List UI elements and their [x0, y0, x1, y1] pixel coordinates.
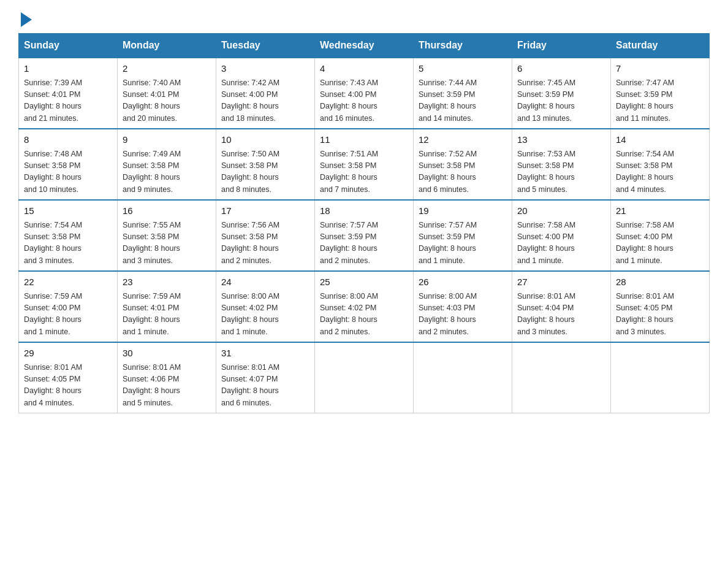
logo-arrow-icon	[21, 12, 32, 27]
header-cell-tuesday: Tuesday	[216, 34, 315, 58]
day-cell: 10Sunrise: 7:50 AMSunset: 3:58 PMDayligh…	[216, 129, 315, 200]
header-cell-wednesday: Wednesday	[315, 34, 414, 58]
day-cell: 15Sunrise: 7:54 AMSunset: 3:58 PMDayligh…	[19, 200, 118, 271]
day-cell: 19Sunrise: 7:57 AMSunset: 3:59 PMDayligh…	[414, 200, 512, 271]
day-info: Sunrise: 8:01 AMSunset: 4:05 PMDaylight:…	[24, 363, 82, 407]
day-number: 26	[419, 275, 507, 289]
day-cell: 7Sunrise: 7:47 AMSunset: 3:59 PMDaylight…	[611, 58, 710, 129]
header-cell-sunday: Sunday	[19, 34, 118, 58]
day-info: Sunrise: 7:50 AMSunset: 3:58 PMDaylight:…	[221, 150, 279, 194]
day-number: 20	[517, 204, 605, 218]
week-row-5: 29Sunrise: 8:01 AMSunset: 4:05 PMDayligh…	[19, 342, 710, 413]
day-cell: 23Sunrise: 7:59 AMSunset: 4:01 PMDayligh…	[118, 271, 216, 342]
week-row-1: 1Sunrise: 7:39 AMSunset: 4:01 PMDaylight…	[19, 58, 710, 129]
day-cell: 13Sunrise: 7:53 AMSunset: 3:58 PMDayligh…	[512, 129, 611, 200]
day-number: 12	[419, 133, 507, 147]
day-info: Sunrise: 7:45 AMSunset: 3:59 PMDaylight:…	[517, 79, 575, 123]
day-cell	[611, 342, 710, 413]
day-info: Sunrise: 8:01 AMSunset: 4:07 PMDaylight:…	[221, 363, 279, 407]
day-cell: 16Sunrise: 7:55 AMSunset: 3:58 PMDayligh…	[118, 200, 216, 271]
day-info: Sunrise: 7:47 AMSunset: 3:59 PMDaylight:…	[616, 79, 674, 123]
day-cell: 20Sunrise: 7:58 AMSunset: 4:00 PMDayligh…	[512, 200, 611, 271]
day-cell: 31Sunrise: 8:01 AMSunset: 4:07 PMDayligh…	[216, 342, 315, 413]
day-info: Sunrise: 7:56 AMSunset: 3:58 PMDaylight:…	[221, 221, 279, 265]
day-number: 6	[517, 62, 605, 76]
day-number: 13	[517, 133, 605, 147]
day-info: Sunrise: 7:58 AMSunset: 4:00 PMDaylight:…	[517, 221, 575, 265]
page-header	[18, 12, 710, 27]
day-cell: 24Sunrise: 8:00 AMSunset: 4:02 PMDayligh…	[216, 271, 315, 342]
day-cell: 22Sunrise: 7:59 AMSunset: 4:00 PMDayligh…	[19, 271, 118, 342]
day-number: 22	[24, 275, 112, 289]
day-number: 24	[221, 275, 309, 289]
day-number: 16	[123, 204, 211, 218]
day-info: Sunrise: 7:40 AMSunset: 4:01 PMDaylight:…	[123, 79, 181, 123]
day-cell: 6Sunrise: 7:45 AMSunset: 3:59 PMDaylight…	[512, 58, 611, 129]
day-cell: 26Sunrise: 8:00 AMSunset: 4:03 PMDayligh…	[414, 271, 512, 342]
day-cell: 8Sunrise: 7:48 AMSunset: 3:58 PMDaylight…	[19, 129, 118, 200]
day-cell: 28Sunrise: 8:01 AMSunset: 4:05 PMDayligh…	[611, 271, 710, 342]
day-info: Sunrise: 8:01 AMSunset: 4:06 PMDaylight:…	[123, 363, 181, 407]
day-info: Sunrise: 7:42 AMSunset: 4:00 PMDaylight:…	[221, 79, 279, 123]
day-info: Sunrise: 7:52 AMSunset: 3:58 PMDaylight:…	[419, 150, 477, 194]
day-info: Sunrise: 7:39 AMSunset: 4:01 PMDaylight:…	[24, 79, 82, 123]
day-cell: 21Sunrise: 7:58 AMSunset: 4:00 PMDayligh…	[611, 200, 710, 271]
day-cell: 9Sunrise: 7:49 AMSunset: 3:58 PMDaylight…	[118, 129, 216, 200]
day-cell: 29Sunrise: 8:01 AMSunset: 4:05 PMDayligh…	[19, 342, 118, 413]
day-info: Sunrise: 7:59 AMSunset: 4:00 PMDaylight:…	[24, 292, 82, 336]
week-row-3: 15Sunrise: 7:54 AMSunset: 3:58 PMDayligh…	[19, 200, 710, 271]
day-info: Sunrise: 7:58 AMSunset: 4:00 PMDaylight:…	[616, 221, 674, 265]
day-number: 28	[616, 275, 704, 289]
day-cell: 25Sunrise: 8:00 AMSunset: 4:02 PMDayligh…	[315, 271, 414, 342]
day-cell: 11Sunrise: 7:51 AMSunset: 3:58 PMDayligh…	[315, 129, 414, 200]
day-cell: 2Sunrise: 7:40 AMSunset: 4:01 PMDaylight…	[118, 58, 216, 129]
day-number: 29	[24, 347, 112, 361]
day-number: 14	[616, 133, 704, 147]
day-number: 27	[517, 275, 605, 289]
day-cell: 30Sunrise: 8:01 AMSunset: 4:06 PMDayligh…	[118, 342, 216, 413]
day-cell: 5Sunrise: 7:44 AMSunset: 3:59 PMDaylight…	[414, 58, 512, 129]
header-cell-saturday: Saturday	[611, 34, 710, 58]
day-info: Sunrise: 7:49 AMSunset: 3:58 PMDaylight:…	[123, 150, 181, 194]
week-row-4: 22Sunrise: 7:59 AMSunset: 4:00 PMDayligh…	[19, 271, 710, 342]
day-number: 10	[221, 133, 309, 147]
day-number: 23	[123, 275, 211, 289]
day-info: Sunrise: 7:51 AMSunset: 3:58 PMDaylight:…	[320, 150, 378, 194]
header-cell-monday: Monday	[118, 34, 216, 58]
day-number: 18	[320, 204, 408, 218]
day-number: 3	[221, 62, 309, 76]
day-info: Sunrise: 8:00 AMSunset: 4:03 PMDaylight:…	[419, 292, 477, 336]
day-number: 9	[123, 133, 211, 147]
header-row: SundayMondayTuesdayWednesdayThursdayFrid…	[19, 34, 710, 58]
day-info: Sunrise: 7:44 AMSunset: 3:59 PMDaylight:…	[419, 79, 477, 123]
day-number: 15	[24, 204, 112, 218]
day-number: 21	[616, 204, 704, 218]
day-number: 8	[24, 133, 112, 147]
day-info: Sunrise: 8:01 AMSunset: 4:04 PMDaylight:…	[517, 292, 575, 336]
day-cell: 1Sunrise: 7:39 AMSunset: 4:01 PMDaylight…	[19, 58, 118, 129]
header-cell-friday: Friday	[512, 34, 611, 58]
day-info: Sunrise: 7:55 AMSunset: 3:58 PMDaylight:…	[123, 221, 181, 265]
day-info: Sunrise: 7:57 AMSunset: 3:59 PMDaylight:…	[419, 221, 477, 265]
day-number: 1	[24, 62, 112, 76]
day-cell: 17Sunrise: 7:56 AMSunset: 3:58 PMDayligh…	[216, 200, 315, 271]
day-info: Sunrise: 7:57 AMSunset: 3:59 PMDaylight:…	[320, 221, 378, 265]
day-cell: 4Sunrise: 7:43 AMSunset: 4:00 PMDaylight…	[315, 58, 414, 129]
day-cell: 27Sunrise: 8:01 AMSunset: 4:04 PMDayligh…	[512, 271, 611, 342]
day-info: Sunrise: 8:01 AMSunset: 4:05 PMDaylight:…	[616, 292, 674, 336]
day-number: 30	[123, 347, 211, 361]
day-number: 2	[123, 62, 211, 76]
day-cell: 12Sunrise: 7:52 AMSunset: 3:58 PMDayligh…	[414, 129, 512, 200]
day-info: Sunrise: 8:00 AMSunset: 4:02 PMDaylight:…	[221, 292, 279, 336]
day-cell	[315, 342, 414, 413]
day-info: Sunrise: 7:43 AMSunset: 4:00 PMDaylight:…	[320, 79, 378, 123]
day-number: 25	[320, 275, 408, 289]
day-info: Sunrise: 7:53 AMSunset: 3:58 PMDaylight:…	[517, 150, 575, 194]
day-number: 7	[616, 62, 704, 76]
day-number: 19	[419, 204, 507, 218]
day-info: Sunrise: 7:59 AMSunset: 4:01 PMDaylight:…	[123, 292, 181, 336]
calendar-table: SundayMondayTuesdayWednesdayThursdayFrid…	[18, 33, 710, 413]
logo	[18, 12, 32, 27]
day-number: 17	[221, 204, 309, 218]
header-cell-thursday: Thursday	[414, 34, 512, 58]
